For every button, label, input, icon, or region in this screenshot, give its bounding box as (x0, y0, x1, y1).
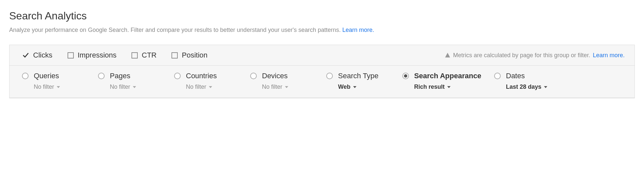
metric-label: Clicks (33, 51, 52, 59)
chevron-down-icon (57, 86, 60, 88)
radio-icon[interactable] (494, 73, 501, 79)
subtitle-text: Analyze your performance on Google Searc… (9, 27, 342, 33)
dimension-title[interactable]: Devices (262, 72, 288, 80)
dimension-title[interactable]: Queries (34, 72, 60, 80)
dimensions-row: Queries No filter Pages No filter Countr… (10, 66, 634, 98)
radio-icon[interactable] (250, 73, 257, 79)
dimension-filter-label: Last 28 days (506, 83, 541, 90)
chevron-down-icon (353, 86, 356, 88)
dimension-filter-label: Web (338, 83, 351, 90)
checkbox-icon (171, 52, 178, 59)
page-title: Search Analytics (9, 10, 635, 22)
dimension-filter-dropdown[interactable]: Web (338, 83, 378, 90)
checkbox-icon (131, 52, 138, 59)
dimension-filter-label: Rich result (414, 83, 445, 90)
metrics-list: Clicks Impressions CTR Position (22, 51, 208, 59)
analytics-panel: Clicks Impressions CTR Position Metrics … (9, 45, 635, 98)
metric-label: CTR (142, 51, 156, 59)
dimension-title[interactable]: Search Appearance (414, 72, 481, 80)
chevron-down-icon (209, 86, 212, 88)
metric-label: Impressions (78, 51, 117, 59)
learn-more-link[interactable]: Learn more. (342, 27, 374, 33)
dimension-countries: Countries No filter (174, 72, 250, 90)
dimension-devices: Devices No filter (250, 72, 326, 90)
dimension-title[interactable]: Search Type (338, 72, 378, 80)
dimension-search-type: Search Type Web (326, 72, 402, 90)
radio-icon[interactable] (174, 73, 181, 79)
radio-icon[interactable] (22, 73, 29, 79)
page-subtitle: Analyze your performance on Google Searc… (9, 27, 635, 34)
radio-icon[interactable] (402, 73, 409, 79)
chevron-down-icon (447, 86, 451, 88)
metric-ctr[interactable]: CTR (131, 51, 156, 59)
dimension-filter-dropdown[interactable]: Rich result (414, 83, 481, 90)
dimension-pages: Pages No filter (98, 72, 174, 90)
warning-icon (445, 52, 451, 58)
metrics-learn-more-link[interactable]: Learn more. (593, 52, 625, 59)
chevron-down-icon (133, 86, 136, 88)
radio-icon[interactable] (98, 73, 105, 79)
metrics-row: Clicks Impressions CTR Position Metrics … (10, 45, 634, 66)
dimension-search-appearance: Search Appearance Rich result (402, 72, 494, 90)
metric-clicks[interactable]: Clicks (22, 51, 52, 59)
dimension-filter-dropdown[interactable]: No filter (262, 83, 288, 90)
metric-impressions[interactable]: Impressions (68, 51, 117, 59)
dimension-title[interactable]: Dates (506, 72, 547, 80)
chevron-down-icon (285, 86, 288, 88)
dimension-filter-dropdown[interactable]: Last 28 days (506, 83, 547, 90)
dimension-queries: Queries No filter (22, 72, 98, 90)
dimension-filter-dropdown[interactable]: No filter (186, 83, 217, 90)
metric-label: Position (182, 51, 207, 59)
dimension-filter-dropdown[interactable]: No filter (34, 83, 60, 90)
dimension-title[interactable]: Countries (186, 72, 217, 80)
dimension-filter-dropdown[interactable]: No filter (110, 83, 136, 90)
dimension-filter-label: No filter (186, 83, 206, 90)
dimension-filter-label: No filter (34, 83, 54, 90)
chevron-down-icon (544, 86, 547, 88)
metric-position[interactable]: Position (171, 51, 207, 59)
checkbox-icon (68, 52, 74, 59)
dimension-title[interactable]: Pages (110, 72, 136, 80)
dimension-filter-label: No filter (110, 83, 130, 90)
dimension-filter-label: No filter (262, 83, 282, 90)
check-icon (22, 52, 29, 59)
metrics-note-text: Metrics are calculated by page for this … (453, 52, 590, 59)
metrics-note: Metrics are calculated by page for this … (445, 52, 625, 59)
dimension-dates: Dates Last 28 days (494, 72, 570, 90)
radio-icon[interactable] (326, 73, 333, 79)
